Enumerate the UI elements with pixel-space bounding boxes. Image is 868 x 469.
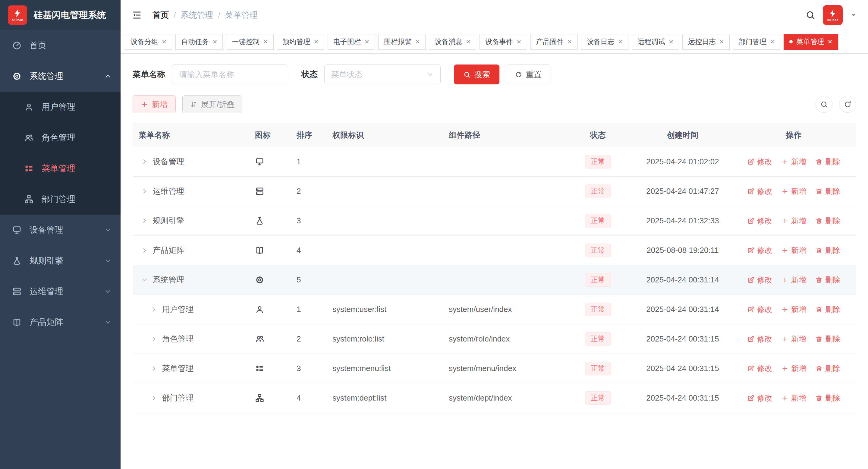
- tab-4[interactable]: 电子围栏×: [328, 34, 375, 50]
- close-icon[interactable]: ×: [263, 37, 268, 46]
- reset-button[interactable]: 重置: [506, 64, 550, 84]
- refresh-icon: [844, 100, 852, 108]
- delete-button[interactable]: 删除: [815, 305, 840, 314]
- menu-list-icon: [24, 164, 34, 173]
- sidebar-item-ops[interactable]: 运维管理: [0, 276, 121, 307]
- close-icon[interactable]: ×: [162, 37, 166, 46]
- delete-button[interactable]: 删除: [815, 393, 840, 403]
- close-icon[interactable]: ×: [567, 37, 572, 46]
- edit-button[interactable]: 修改: [747, 393, 772, 403]
- tab-label: 设备分组: [130, 37, 158, 46]
- user-avatar[interactable]: SILIZAP: [823, 5, 843, 25]
- plus-icon: [781, 336, 788, 343]
- add-row-button[interactable]: 新增: [781, 305, 806, 314]
- trash-icon: [815, 276, 823, 284]
- edit-icon: [747, 247, 754, 254]
- delete-button[interactable]: 删除: [815, 334, 840, 344]
- edit-button[interactable]: 修改: [747, 186, 772, 196]
- add-row-button[interactable]: 新增: [781, 275, 806, 285]
- sidebar-item-product[interactable]: 产品矩阵: [0, 307, 121, 338]
- add-row-button[interactable]: 新增: [781, 393, 806, 403]
- delete-button[interactable]: 删除: [815, 364, 840, 373]
- close-icon[interactable]: ×: [669, 37, 673, 46]
- close-icon[interactable]: ×: [213, 37, 217, 46]
- edit-button[interactable]: 修改: [747, 305, 772, 314]
- add-row-button[interactable]: 新增: [781, 334, 806, 344]
- status-select[interactable]: 菜单状态: [324, 64, 441, 84]
- close-icon[interactable]: ×: [365, 37, 369, 46]
- sort-cell: 3: [290, 364, 327, 373]
- tab-10[interactable]: 远程调试×: [632, 34, 679, 50]
- tab-7[interactable]: 设备事件×: [479, 34, 527, 50]
- close-icon[interactable]: ×: [314, 37, 318, 46]
- perms-cell: system:dept:list: [327, 393, 443, 403]
- chevron-down-icon: [427, 71, 434, 78]
- sort-cell: 4: [290, 393, 327, 403]
- toggle-search-button[interactable]: [815, 96, 832, 113]
- add-row-button[interactable]: 新增: [781, 245, 806, 255]
- close-icon[interactable]: ×: [415, 37, 420, 46]
- plus-icon: [781, 188, 788, 195]
- add-row-button[interactable]: 新增: [781, 186, 806, 196]
- breadcrumb-item-0[interactable]: 首页: [153, 10, 169, 21]
- sidebar-item-label: 运维管理: [30, 286, 63, 297]
- close-icon[interactable]: ×: [618, 37, 623, 46]
- tab-13[interactable]: 菜单管理×: [784, 34, 838, 50]
- delete-button[interactable]: 删除: [815, 275, 840, 285]
- edit-button[interactable]: 修改: [747, 334, 772, 344]
- close-icon[interactable]: ×: [517, 37, 521, 46]
- tab-5[interactable]: 围栏报警×: [378, 34, 426, 50]
- sort-arrows-icon: [190, 101, 197, 108]
- edit-button[interactable]: 修改: [747, 245, 772, 255]
- edit-icon: [747, 306, 754, 313]
- sidebar-item-user[interactable]: 用户管理: [0, 92, 121, 122]
- tab-1[interactable]: 自动任务×: [176, 34, 223, 50]
- table-header-row: 菜单名称图标排序权限标识组件路径状态创建时间操作: [133, 123, 856, 147]
- sidebar-toggle-icon[interactable]: [131, 10, 142, 21]
- delete-button[interactable]: 删除: [815, 216, 840, 226]
- sidebar-item-device[interactable]: 设备管理: [0, 215, 121, 245]
- menu-name-input[interactable]: [172, 64, 288, 84]
- tab-3[interactable]: 预约管理×: [277, 34, 324, 50]
- edit-button[interactable]: 修改: [747, 157, 772, 167]
- tab-8[interactable]: 产品固件×: [530, 34, 578, 50]
- tab-12[interactable]: 部门管理×: [733, 34, 780, 50]
- add-row-button[interactable]: 新增: [781, 216, 806, 226]
- delete-button[interactable]: 删除: [815, 186, 840, 196]
- edit-button[interactable]: 修改: [747, 364, 772, 373]
- close-icon[interactable]: ×: [466, 37, 470, 46]
- header-search-icon[interactable]: [805, 10, 815, 20]
- add-row-button[interactable]: 新增: [781, 364, 806, 373]
- tab-label: 设备日志: [587, 37, 615, 46]
- sidebar-item-rules[interactable]: 规则引擎: [0, 245, 121, 276]
- sidebar-item-role[interactable]: 角色管理: [0, 122, 121, 153]
- sidebar-item-home[interactable]: 首页: [0, 30, 121, 61]
- menu-name-cell: 部门管理: [133, 393, 249, 403]
- add-row-button[interactable]: 新增: [781, 157, 806, 167]
- search-button[interactable]: 搜索: [454, 64, 499, 84]
- close-icon[interactable]: ×: [719, 37, 724, 46]
- component-cell: system/role/index: [443, 334, 562, 344]
- delete-button[interactable]: 删除: [815, 157, 840, 167]
- sidebar-item-dept[interactable]: 部门管理: [0, 184, 121, 215]
- caret-down-icon[interactable]: [850, 11, 857, 19]
- sidebar-item-system[interactable]: 系统管理: [0, 61, 121, 92]
- tab-0[interactable]: 设备分组×: [125, 34, 172, 50]
- sidebar-item-menu[interactable]: 菜单管理: [0, 153, 121, 184]
- sidebar-item-label: 用户管理: [41, 101, 75, 113]
- tab-2[interactable]: 一键控制×: [226, 34, 273, 50]
- chevron-right-icon: [141, 217, 148, 224]
- expand-collapse-button[interactable]: 展开/折叠: [182, 95, 242, 113]
- edit-button[interactable]: 修改: [747, 275, 772, 285]
- edit-button[interactable]: 修改: [747, 216, 772, 226]
- refresh-table-button[interactable]: [839, 96, 856, 113]
- delete-button[interactable]: 删除: [815, 245, 840, 255]
- flask-icon: [255, 216, 264, 225]
- tab-11[interactable]: 远控日志×: [682, 34, 730, 50]
- close-icon[interactable]: ×: [828, 37, 832, 46]
- tab-6[interactable]: 设备消息×: [429, 34, 476, 50]
- tab-9[interactable]: 设备日志×: [581, 34, 628, 50]
- breadcrumb-item-1[interactable]: 系统管理: [181, 10, 213, 21]
- close-icon[interactable]: ×: [770, 37, 775, 46]
- add-button[interactable]: 新增: [133, 95, 176, 113]
